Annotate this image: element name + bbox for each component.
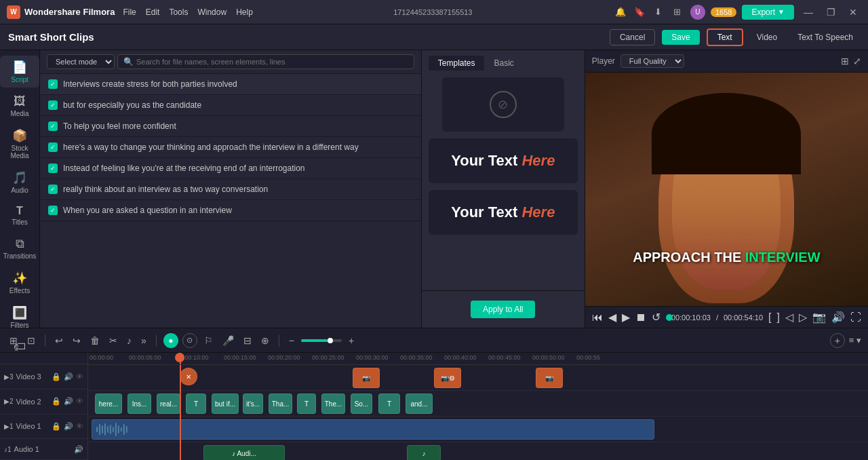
text-sample-card-2[interactable]: Your Text Here [429,190,578,235]
sidebar-item-titles[interactable]: T Titles [0,201,39,230]
apply-all-button[interactable]: Apply to All [471,301,535,318]
tab-text[interactable]: Text [707,28,743,46]
loop-button[interactable]: ↺ [652,311,660,324]
script-item-2[interactable]: ✓ but for especially you as the candidat… [40,95,421,116]
checkbox-6[interactable]: ✓ [48,185,58,194]
sidebar-item-audio[interactable]: 🎵 Audio [0,166,39,198]
out-point-button[interactable]: ] [777,311,780,324]
add-track-button[interactable]: + [830,333,845,348]
export-button[interactable]: Export ▼ [742,5,794,20]
mode-select[interactable]: Select mode [47,54,115,69]
subtab-templates[interactable]: Templates [429,56,485,71]
clip-v1-main[interactable] [92,419,654,440]
track-mute-icon-1[interactable]: 🔊 [64,422,73,431]
menu-window[interactable]: Window [197,7,226,17]
sidebar-item-transitions[interactable]: ⧉ Transitions [0,233,39,264]
sidebar-item-script[interactable]: 📄 Script [0,56,39,88]
redo-button[interactable]: ↪ [70,334,83,347]
track-lock-icon-1[interactable]: 🔒 [52,422,61,431]
track-lock-icon[interactable]: 🔒 [52,372,61,381]
clip-v2-its[interactable]: it's... [243,394,263,414]
expand-icon[interactable]: ⤢ [853,56,861,66]
track-mute-icon-a1[interactable]: 🔊 [74,445,83,454]
bookmark-icon[interactable]: 🔖 [632,5,647,20]
checkbox-5[interactable]: ✓ [48,164,58,173]
prev-frame-button[interactable]: ◁ [785,311,793,324]
clip-audio-2[interactable]: ♪ [407,445,441,460]
script-item-7[interactable]: ✓ When you are asked a question in an in… [40,200,421,221]
zoom-in-button[interactable]: + [346,334,357,347]
clip-v2-t[interactable]: T [186,394,206,414]
quality-select[interactable]: Full Quality [620,54,684,68]
sidebar-item-media[interactable]: 🖼 Media [0,90,39,121]
skip-back-button[interactable]: ⏮ [592,311,603,324]
checkbox-3[interactable]: ✓ [48,121,58,131]
search-input[interactable] [136,58,408,66]
snapshot-button[interactable]: 📷 [812,311,826,324]
play-button[interactable]: ▶ [622,311,630,324]
stop-button[interactable]: ⏹ [635,311,646,324]
timeline-layout-button[interactable]: ⊞ [7,334,20,347]
clip-v3-1[interactable]: 📷 [353,368,380,388]
template-thumb-empty[interactable]: ⊘ [442,77,564,132]
minimize-button[interactable]: — [800,5,817,19]
clip-v2-ins[interactable]: Ins... [127,394,151,414]
undo-button[interactable]: ↩ [52,334,66,347]
checkbox-1[interactable]: ✓ [48,79,58,89]
apps-icon[interactable]: ⊞ [670,5,685,20]
timeline-menu-button[interactable]: ≡ ▾ [849,335,861,345]
shield-button[interactable]: ⚐ [201,334,216,347]
download-icon[interactable]: ⬇ [651,5,666,20]
notification-icon[interactable]: 🔔 [613,5,628,20]
clip-v2-t3[interactable]: T [378,394,400,414]
clip-playhead-marker[interactable]: ✕ [180,368,197,385]
menu-edit[interactable]: Edit [146,7,160,17]
clip-audio-1[interactable]: ♪ Audi... [203,445,285,460]
track-eye-icon-2[interactable]: 👁 [76,397,83,406]
save-button[interactable]: Save [662,30,699,45]
grid-view-icon[interactable]: ⊞ [841,56,849,66]
zoom-out-button[interactable]: − [286,334,297,347]
track-eye-icon[interactable]: 👁 [76,372,83,381]
export-dropdown-arrow[interactable]: ▼ [778,8,785,16]
tab-tts[interactable]: Text To Speech [791,30,860,45]
clip-v2-so[interactable]: So... [351,394,372,414]
clip-v2-and[interactable]: and... [406,394,433,414]
mic-button[interactable]: 🎤 [220,334,237,347]
script-item-5[interactable]: ✓ Instead of feeling like you're at the … [40,158,421,179]
script-item-4[interactable]: ✓ here's a way to change your thinking a… [40,137,421,158]
music-button[interactable]: ♪ [124,334,134,347]
tab-video[interactable]: Video [750,30,784,45]
fullscreen-button[interactable]: ⛶ [850,311,861,324]
track-mute-icon-2[interactable]: 🔊 [64,397,73,406]
clip-v2-tha[interactable]: Tha... [269,394,292,414]
menu-help[interactable]: Help [236,7,253,17]
play-back-button[interactable]: ◀ [608,311,616,324]
checkbox-4[interactable]: ✓ [48,142,58,152]
track-lock-icon-2[interactable]: 🔒 [52,397,61,406]
maximize-button[interactable]: ❐ [823,5,840,19]
script-item-1[interactable]: ✓ Interviews create stress for both part… [40,74,421,95]
more-button[interactable]: » [138,334,149,347]
script-item-3[interactable]: ✓ To help you feel more confident [40,116,421,137]
cancel-button[interactable]: Cancel [610,29,655,45]
cut-button[interactable]: ✂ [106,334,120,347]
text-sample-card-1[interactable]: Your Text Here [429,138,578,183]
sidebar-item-effects[interactable]: ✨ Effects [0,267,39,299]
checkbox-7[interactable]: ✓ [48,206,58,215]
clip-v2-t2[interactable]: T [297,394,316,414]
checkbox-2[interactable]: ✓ [48,100,58,110]
pip-button[interactable]: ⊕ [258,334,272,347]
zoom-slider[interactable] [301,339,342,342]
clip-v2-but[interactable]: but if... [212,394,239,414]
menu-tools[interactable]: Tools [169,7,188,17]
clip-v3-2[interactable]: 📷⚙ [434,368,461,388]
subtab-basic[interactable]: Basic [484,56,523,71]
clip-v3-3[interactable]: 📷 [536,368,563,388]
menu-file[interactable]: File [123,7,136,17]
close-button[interactable]: ✕ [845,5,861,19]
sidebar-item-stock[interactable]: 📦 Stock Media [0,124,39,164]
clip-v2-here[interactable]: here... [95,394,122,414]
clip-v2-the[interactable]: The... [321,394,345,414]
play-indicator-button[interactable]: ● [163,333,178,348]
